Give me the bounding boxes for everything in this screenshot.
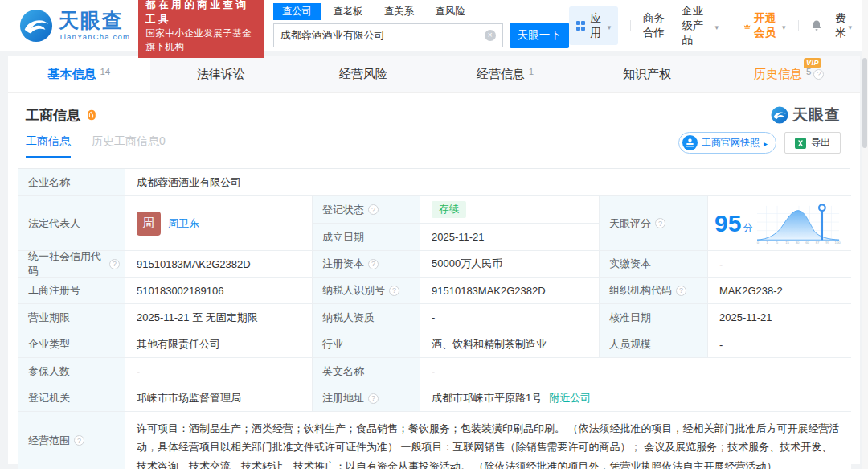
tianyancha-watermark: 天眼查 xyxy=(771,105,841,125)
help-question-icon[interactable] xyxy=(655,218,665,228)
subtab-business-info[interactable]: 工商信息 xyxy=(26,134,71,158)
open-vip-label: 开通会员 xyxy=(754,11,777,40)
section-title: 工商信息 xyxy=(26,106,96,125)
logo-text: 天眼查 TianYanCha.com xyxy=(59,10,130,41)
username: 费米 xyxy=(835,11,846,40)
svg-text:100: 100 xyxy=(835,241,841,245)
label-registered-address: 注册地址 xyxy=(313,385,420,412)
chevron-down-icon xyxy=(780,20,786,32)
tab-label: 法律诉讼 xyxy=(197,67,245,82)
search-input[interactable] xyxy=(274,30,485,42)
export-button[interactable]: 导出 xyxy=(784,132,841,154)
help-question-icon[interactable] xyxy=(109,259,120,269)
help-question-icon[interactable] xyxy=(368,259,379,269)
tianyancha-logo-icon xyxy=(771,106,788,124)
search-input-wrap xyxy=(273,23,503,47)
svg-text:97: 97 xyxy=(826,241,830,245)
svg-text:30: 30 xyxy=(796,241,800,245)
label-company-type: 企业类型 xyxy=(18,331,125,358)
nearby-companies-link[interactable]: 附近公司 xyxy=(549,391,591,405)
label-paid-capital: 实缴资本 xyxy=(600,251,708,278)
slogan-line2: 国家中小企业发展子基金旗下机构 xyxy=(145,27,256,53)
help-question-icon[interactable] xyxy=(389,286,399,296)
value-company-type: 其他有限责任公司 xyxy=(125,331,313,358)
help-question-icon[interactable] xyxy=(368,393,379,404)
page-scrollbar xyxy=(862,0,868,469)
tab-count: 1 xyxy=(529,67,534,76)
chevron-down-icon xyxy=(846,20,852,32)
score-axis-ticks: 0 1 5 15 30 60 87 97 100 xyxy=(757,241,841,245)
label-establish-date: 成立日期 xyxy=(313,224,420,251)
label-english-name: 英文名称 xyxy=(313,358,420,385)
label-taxpayer-quality: 纳税人资质 xyxy=(313,304,420,331)
logo-subtitle: TianYanCha.com xyxy=(59,32,130,41)
label-approval-date: 核准日期 xyxy=(600,304,708,331)
value-business-term: 2025-11-21 至 无固定期限 xyxy=(125,304,313,331)
excel-export-icon xyxy=(795,138,806,149)
help-question-icon[interactable] xyxy=(676,286,686,296)
value-establish-date: 2025-11-21 xyxy=(420,224,600,251)
label-tianyan-score: 天眼评分 xyxy=(600,196,708,251)
fingerprint-cert-icon xyxy=(87,109,96,121)
main-tabs: 基本信息 14 法律诉讼 经营风险 经营信息 1 知识产权 历史信息 VIP 5 xyxy=(8,56,860,93)
official-snapshot-button[interactable]: 工商官网快照 xyxy=(678,132,776,154)
menu-divider xyxy=(798,20,799,31)
tab-history-info[interactable]: 历史信息 VIP 5 xyxy=(718,56,860,92)
search-tab-relation[interactable]: 查关系 xyxy=(375,3,424,20)
apps-menu-label: 应用 xyxy=(590,11,601,40)
value-registered-capital: 50000万人民币 xyxy=(420,251,600,278)
tab-operating-info[interactable]: 经营信息 1 xyxy=(434,56,576,92)
label-insured-count: 参保人数 xyxy=(18,358,125,385)
tab-legal-proceedings[interactable]: 法律诉讼 xyxy=(150,56,293,92)
label-registration-authority: 登记机关 xyxy=(18,385,125,412)
value-english-name: - xyxy=(420,358,851,385)
scrollbar-thumb[interactable] xyxy=(862,58,867,148)
value-registration-status: 存续 xyxy=(420,196,600,224)
notification-bell-icon[interactable] xyxy=(810,19,823,32)
value-taxpayer-id: 91510183MAK2G2382D xyxy=(420,278,600,304)
value-tianyan-score[interactable]: 95 分 0 1 xyxy=(708,196,851,251)
search-button[interactable]: 天眼一下 xyxy=(510,23,569,48)
help-question-icon[interactable] xyxy=(813,69,824,80)
search-tab-risk[interactable]: 查风险 xyxy=(426,3,474,20)
section-head: 工商信息 天眼查 xyxy=(8,93,860,125)
site-logo[interactable]: 天眼查 TianYanCha.com xyxy=(19,9,130,43)
legal-rep-link[interactable]: 周卫东 xyxy=(168,216,199,231)
svg-text:0: 0 xyxy=(757,241,760,245)
menu-business-cooperation[interactable]: 商务合作 xyxy=(643,11,669,40)
value-taxpayer-quality: - xyxy=(420,304,600,331)
label-business-term: 营业期限 xyxy=(18,304,125,331)
value-business-scope: 许可项目：酒制品生产；酒类经营；饮料生产；食品销售；餐饮服务；包装装潢印刷品印刷… xyxy=(125,412,851,469)
company-detail-card: 基本信息 14 法律诉讼 经营风险 经营信息 1 知识产权 历史信息 VIP 5… xyxy=(8,56,860,464)
label-registration-status: 登记状态 xyxy=(313,196,420,224)
subtab-history-business-info[interactable]: 历史工商信息0 xyxy=(92,134,166,158)
arrow-right-icon xyxy=(764,138,768,149)
chevron-down-icon xyxy=(606,20,612,32)
menu-enterprise-products[interactable]: 企业级产品 xyxy=(682,4,719,47)
tab-count: 14 xyxy=(100,67,110,76)
top-header: 天眼查 TianYanCha.com 都在用的商业查询工具 国家中小企业发展子基… xyxy=(0,0,868,51)
value-insured-count: - xyxy=(125,358,313,385)
value-credit-code: 91510183MAK2G2382D xyxy=(125,251,313,278)
value-staff-size: - xyxy=(708,331,851,358)
menu-open-vip[interactable]: 开通会员 xyxy=(743,11,786,40)
value-company-name: 成都蓉酒酒业有限公司 xyxy=(125,169,851,196)
enterprise-products-label: 企业级产品 xyxy=(682,4,713,47)
value-registration-authority: 邛崃市市场监督管理局 xyxy=(125,385,313,412)
search-tab-company[interactable]: 查公司 xyxy=(273,3,321,20)
legal-rep-avatar[interactable]: 周 xyxy=(137,212,161,236)
apps-menu[interactable]: 应用 xyxy=(569,6,619,45)
vip-crown-icon xyxy=(743,21,751,31)
user-menu[interactable]: 费米 xyxy=(835,11,852,40)
slogan-line1: 都在用的商业查询工具 xyxy=(145,0,256,27)
tab-intellectual-property[interactable]: 知识产权 xyxy=(576,56,719,92)
label-staff-size: 人员规模 xyxy=(600,331,708,358)
help-question-icon[interactable] xyxy=(368,204,379,215)
clear-search-icon[interactable] xyxy=(485,30,496,41)
value-paid-capital: - xyxy=(708,251,851,278)
help-question-icon[interactable] xyxy=(74,435,84,446)
search-tab-boss[interactable]: 查老板 xyxy=(324,3,372,20)
tab-operating-risk[interactable]: 经营风险 xyxy=(292,56,434,92)
tab-basic-info[interactable]: 基本信息 14 xyxy=(8,56,150,92)
value-org-code: MAK2G238-2 xyxy=(708,278,851,304)
